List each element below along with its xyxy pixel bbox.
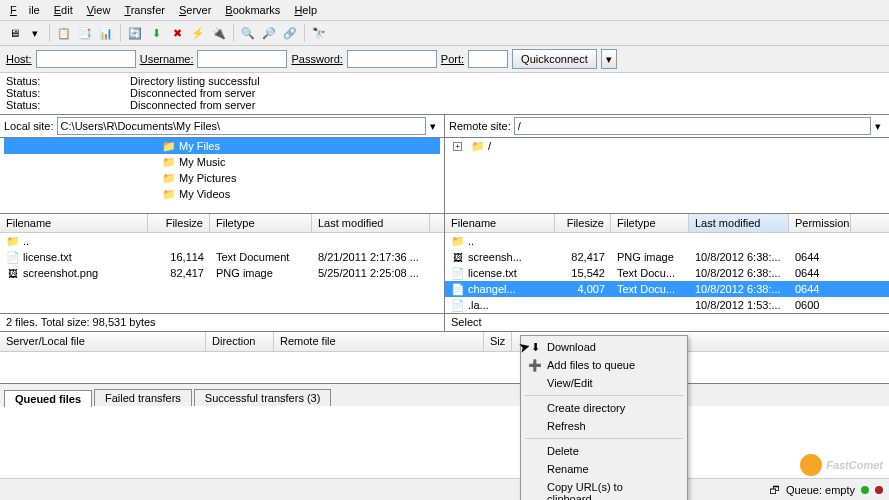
col-filetype[interactable]: Filetype xyxy=(611,214,689,232)
col-filesize[interactable]: Filesize xyxy=(555,214,611,232)
tree-label[interactable]: My Pictures xyxy=(179,172,236,184)
menu-view[interactable]: View xyxy=(81,2,117,18)
file-row[interactable]: license.txt15,542Text Docu...10/8/2012 6… xyxy=(445,265,889,281)
folder-icon xyxy=(471,139,485,153)
remote-path-input[interactable] xyxy=(514,117,871,135)
file-row[interactable]: screensh...82,417PNG image10/8/2012 6:38… xyxy=(445,249,889,265)
toggle-log-icon[interactable]: 📋 xyxy=(54,23,74,43)
col-filesize[interactable]: Filesize xyxy=(148,214,210,232)
tree-label[interactable]: My Videos xyxy=(179,188,230,200)
col-direction[interactable]: Direction xyxy=(206,332,274,351)
file-icon xyxy=(451,266,465,280)
status-bar: 🗗 Queue: empty xyxy=(0,478,889,500)
compare-icon[interactable]: 🔎 xyxy=(259,23,279,43)
local-file-list[interactable]: Filename Filesize Filetype Last modified… xyxy=(0,214,445,313)
col-lastmodified[interactable]: Last modified xyxy=(312,214,430,232)
dropdown-icon[interactable]: ▾ xyxy=(25,23,45,43)
disconnect-icon[interactable]: ⚡ xyxy=(188,23,208,43)
log-message: Disconnected from server xyxy=(130,99,255,111)
file-row[interactable]: .. xyxy=(445,233,889,249)
ctx-copy-url[interactable]: Copy URL(s) to clipboard xyxy=(523,478,685,500)
queue-body[interactable] xyxy=(0,352,889,384)
refresh-icon[interactable]: 🔄 xyxy=(125,23,145,43)
local-tree[interactable]: My Files My Music My Pictures My Videos xyxy=(0,138,445,213)
toggle-tree-icon[interactable]: 📑 xyxy=(75,23,95,43)
file-icon xyxy=(6,250,20,264)
file-row-selected[interactable]: changel...4,007Text Docu...10/8/2012 6:3… xyxy=(445,281,889,297)
col-filename[interactable]: Filename xyxy=(445,214,555,232)
ctx-download[interactable]: ⬇Download xyxy=(523,338,685,356)
queue-tabs: Queued files Failed transfers Successful… xyxy=(0,384,889,406)
log-label: Status: xyxy=(6,87,130,99)
folder-icon xyxy=(451,234,465,248)
log-label: Status: xyxy=(6,99,130,111)
local-path-input[interactable] xyxy=(57,117,426,135)
folder-icon xyxy=(162,187,176,201)
remote-list-header: Filename Filesize Filetype Last modified… xyxy=(445,214,889,233)
col-filetype[interactable]: Filetype xyxy=(210,214,312,232)
folder-icon xyxy=(162,155,176,169)
remote-tree[interactable]: + / xyxy=(445,138,889,213)
col-size[interactable]: Siz xyxy=(484,332,512,351)
ctx-delete[interactable]: Delete xyxy=(523,442,685,460)
menu-file[interactable]: File xyxy=(4,2,46,18)
filter-icon[interactable]: 🔍 xyxy=(238,23,258,43)
quickconnect-button[interactable]: Quickconnect xyxy=(512,49,597,69)
remote-file-list[interactable]: Filename Filesize Filetype Last modified… xyxy=(445,214,889,313)
queue-icon: 🗗 xyxy=(769,484,780,496)
logo-icon xyxy=(800,454,822,476)
file-row[interactable]: .. xyxy=(0,233,444,249)
log-message: Directory listing successful xyxy=(130,75,260,87)
reconnect-icon[interactable]: 🔌 xyxy=(209,23,229,43)
col-permissions[interactable]: Permissions xyxy=(789,214,851,232)
host-input[interactable] xyxy=(36,50,136,68)
ctx-add-queue[interactable]: ➕Add files to queue xyxy=(523,356,685,374)
tree-label[interactable]: My Files xyxy=(179,140,220,152)
dropdown-icon[interactable]: ▾ xyxy=(871,120,885,133)
sitemanager-icon[interactable]: 🖥 xyxy=(4,23,24,43)
quickconnect-dropdown[interactable]: ▾ xyxy=(601,49,617,69)
username-input[interactable] xyxy=(197,50,287,68)
led-green-icon xyxy=(861,486,869,494)
port-input[interactable] xyxy=(468,50,508,68)
context-menu: ⬇Download ➕Add files to queue View/Edit … xyxy=(520,335,688,500)
file-row[interactable]: .la...10/8/2012 1:53:...0600 xyxy=(445,297,889,313)
menu-bookmarks[interactable]: Bookmarks xyxy=(219,2,286,18)
col-filename[interactable]: Filename xyxy=(0,214,148,232)
cancel-icon[interactable]: ✖ xyxy=(167,23,187,43)
local-list-header: Filename Filesize Filetype Last modified xyxy=(0,214,444,233)
col-server-local[interactable]: Server/Local file xyxy=(0,332,206,351)
password-input[interactable] xyxy=(347,50,437,68)
menu-server[interactable]: Server xyxy=(173,2,217,18)
find-icon[interactable]: 🔭 xyxy=(309,23,329,43)
tab-successful[interactable]: Successful transfers (3) xyxy=(194,389,332,406)
file-row[interactable]: license.txt16,114Text Document8/21/2011 … xyxy=(0,249,444,265)
tree-label[interactable]: My Music xyxy=(179,156,225,168)
file-list-status: 2 files. Total size: 98,531 bytes Select xyxy=(0,314,889,332)
toggle-queue-icon[interactable]: 📊 xyxy=(96,23,116,43)
image-icon xyxy=(451,250,465,264)
col-remote-file[interactable]: Remote file xyxy=(274,332,484,351)
remote-status: Select xyxy=(445,314,889,331)
ctx-create-dir[interactable]: Create directory xyxy=(523,399,685,417)
ctx-rename[interactable]: Rename xyxy=(523,460,685,478)
menu-help[interactable]: Help xyxy=(288,2,323,18)
dropdown-icon[interactable]: ▾ xyxy=(426,120,440,133)
file-list-row: Filename Filesize Filetype Last modified… xyxy=(0,214,889,314)
menu-edit[interactable]: Edit xyxy=(48,2,79,18)
separator xyxy=(525,438,683,439)
tab-failed[interactable]: Failed transfers xyxy=(94,389,192,406)
quickconnect-bar: Host: Username: Password: Port: Quickcon… xyxy=(0,46,889,73)
col-lastmodified[interactable]: Last modified xyxy=(689,214,789,232)
log-label: Status: xyxy=(6,75,130,87)
sync-icon[interactable]: 🔗 xyxy=(280,23,300,43)
site-path-row: Local site: ▾ Remote site: ▾ xyxy=(0,115,889,138)
menu-transfer[interactable]: Transfer xyxy=(118,2,171,18)
tree-label[interactable]: / xyxy=(488,140,491,152)
ctx-view-edit[interactable]: View/Edit xyxy=(523,374,685,392)
process-queue-icon[interactable]: ⬇ xyxy=(146,23,166,43)
ctx-refresh[interactable]: Refresh xyxy=(523,417,685,435)
tab-queued[interactable]: Queued files xyxy=(4,390,92,407)
expand-icon[interactable]: + xyxy=(453,142,462,151)
file-row[interactable]: screenshot.png82,417PNG image5/25/2011 2… xyxy=(0,265,444,281)
